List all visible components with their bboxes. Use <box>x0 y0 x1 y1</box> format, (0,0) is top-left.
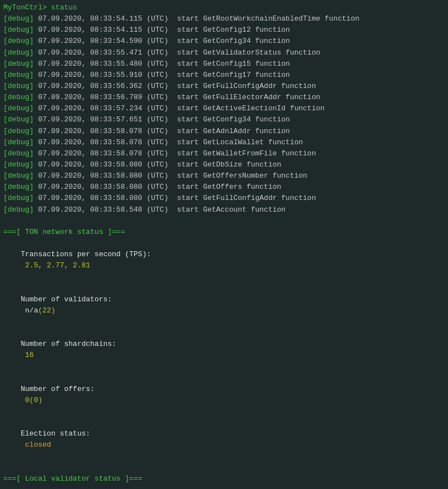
debug-line-16: [debug] 07.09.2020, 08:33:58.080 (UTC) s… <box>3 193 445 204</box>
tps-line: Transactions per second (TPS): 2.5, 2.77… <box>3 238 445 283</box>
debug-line-17: [debug] 07.09.2020, 08:33:58.548 (UTC) s… <box>3 204 445 216</box>
validators-line: Number of validators: n/a(22) <box>3 283 445 328</box>
debug-line-12: [debug] 07.09.2020, 08:33:58.078 (UTC) s… <box>3 148 445 159</box>
debug-line-4: [debug] 07.09.2020, 08:33:55.480 (UTC) s… <box>3 58 445 70</box>
debug-line-10: [debug] 07.09.2020, 08:33:58.078 (UTC) s… <box>3 126 445 137</box>
debug-line-7: [debug] 07.09.2020, 08:33:56.789 (UTC) s… <box>3 92 445 103</box>
election-line: Election status: closed <box>3 417 445 462</box>
shardchains-line: Number of shardchains: 16 <box>3 327 445 373</box>
debug-line-13: [debug] 07.09.2020, 08:33:58.080 (UTC) s… <box>3 159 445 170</box>
terminal-container: MyTonCtrl> status [debug] 07.09.2020, 08… <box>3 2 445 489</box>
debug-line-3: [debug] 07.09.2020, 08:33:55.471 (UTC) s… <box>3 47 445 58</box>
debug-line-2: [debug] 07.09.2020, 08:33:54.590 (UTC) s… <box>3 36 445 47</box>
debug-line-6: [debug] 07.09.2020, 08:33:56.362 (UTC) s… <box>3 81 445 92</box>
debug-line-11: [debug] 07.09.2020, 08:33:58.078 (UTC) s… <box>3 137 445 148</box>
debug-line-14: [debug] 07.09.2020, 08:33:58.080 (UTC) s… <box>3 170 445 182</box>
local-validator-header: ===[ Local validator status ]=== <box>3 473 445 485</box>
prompt-line: MyTonCtrl> status <box>3 2 445 13</box>
offers-line: Number of offers: 0(0) <box>3 373 445 418</box>
debug-line-9: [debug] 07.09.2020, 08:33:57.651 (UTC) s… <box>3 114 445 125</box>
validator-index-line: Validator index: 1 <box>3 485 445 489</box>
debug-line-0: [debug] 07.09.2020, 08:33:54.115 (UTC) s… <box>3 13 445 25</box>
debug-line-1: [debug] 07.09.2020, 08:33:54.115 (UTC) s… <box>3 25 445 36</box>
debug-lines: [debug] 07.09.2020, 08:33:54.115 (UTC) s… <box>3 13 445 216</box>
prompt-text: MyTonCtrl> status <box>3 3 77 12</box>
ton-network-header: ===[ TON network status ]=== <box>3 227 445 238</box>
debug-line-5: [debug] 07.09.2020, 08:33:55.910 (UTC) s… <box>3 70 445 81</box>
debug-line-15: [debug] 07.09.2020, 08:33:58.080 (UTC) s… <box>3 182 445 193</box>
debug-line-8: [debug] 07.09.2020, 08:33:57.234 (UTC) s… <box>3 103 445 114</box>
